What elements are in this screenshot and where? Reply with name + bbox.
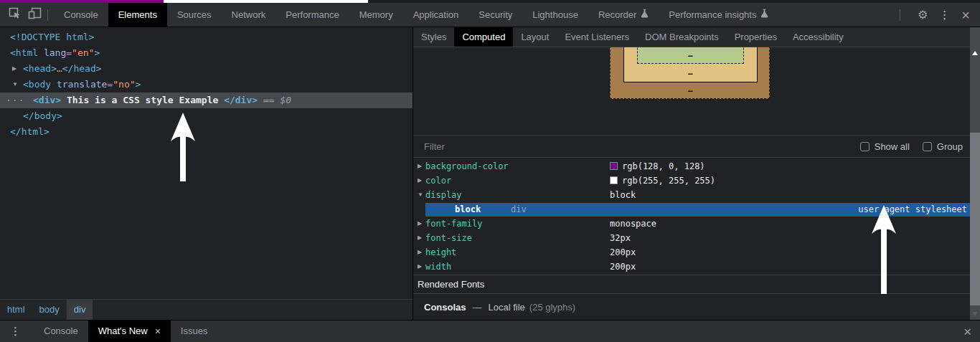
show-all-checkbox[interactable] [860, 142, 870, 151]
tab-recorder[interactable]: Recorder [588, 3, 659, 27]
disclosure-expanded-icon[interactable]: ▼ [418, 188, 423, 202]
show-all-option: Show all [860, 141, 910, 152]
breadcrumb-html[interactable]: html [0, 300, 32, 320]
inspect-element-icon[interactable] [9, 7, 21, 22]
tree-row-doctype[interactable]: <!DOCTYPE html> [0, 29, 413, 45]
tab-accessibility[interactable]: Accessibility [785, 27, 852, 47]
tab-security[interactable]: Security [468, 3, 522, 27]
tab-recorder-label: Recorder [598, 3, 636, 27]
html-tag: <html [10, 47, 38, 58]
property-row-color[interactable]: ▶ color rgb(255, 255, 255) [413, 174, 970, 188]
scrollbar-thumb[interactable] [970, 133, 980, 305]
filter-input[interactable]: Filter [424, 141, 445, 152]
collapsed-content-ellipsis: … [57, 63, 62, 74]
disclosure-collapsed-icon[interactable]: ▶ [418, 260, 422, 274]
disclosure-collapsed-icon[interactable]: ▶ [418, 217, 422, 231]
tree-row-div-selected[interactable]: ···<div> This is a CSS style Example </d… [0, 92, 413, 108]
device-toolbar-icon[interactable] [28, 7, 42, 22]
property-name: background-color [425, 159, 509, 174]
disclosure-collapsed-icon[interactable]: ▶ [418, 245, 422, 260]
computed-filter-row: Filter Show all Group [413, 136, 970, 158]
drawer-more-icon[interactable]: ⋮ [10, 320, 21, 342]
doctype-node: <!DOCTYPE html> [10, 32, 94, 42]
font-source: Local file [489, 302, 525, 313]
border-value[interactable]: − [683, 69, 697, 79]
tab-memory-label: Memory [359, 3, 393, 27]
tab-network[interactable]: Network [222, 3, 276, 27]
dom-tree: <!DOCTYPE html> <html lang="en"> ▶<head>… [0, 27, 413, 299]
padding-value[interactable]: − [683, 51, 697, 61]
property-row-background-color[interactable]: ▶ background-color rgb(128, 0, 128) [413, 159, 970, 174]
tab-performance-insights[interactable]: Performance insights [659, 3, 778, 27]
tab-sources[interactable]: Sources [167, 3, 222, 27]
tree-row-html-open[interactable]: <html lang="en"> [0, 45, 413, 61]
tree-row-body-open[interactable]: ▼<body translate="no"> [0, 77, 413, 92]
font-glyph-count: (25 glyphs) [529, 302, 575, 313]
rendered-font-item: Consolas — Local file (25 glyphs) [413, 295, 970, 319]
disclosure-collapsed-icon[interactable]: ▶ [418, 231, 422, 245]
property-row-display[interactable]: ▼ display block [413, 188, 970, 202]
close-drawer-icon[interactable]: × [963, 325, 980, 338]
breadcrumb-body[interactable]: body [32, 300, 67, 320]
tree-row-html-close[interactable]: </html> [0, 124, 413, 140]
sidebar-scrollbar[interactable] [970, 27, 980, 320]
property-name: height [425, 245, 456, 260]
tab-application-label: Application [413, 3, 459, 27]
equals-marker: == [258, 95, 280, 105]
margin-value[interactable]: − [683, 86, 697, 96]
disclosure-collapsed-icon[interactable]: ▶ [418, 159, 422, 174]
disclosure-collapsed-icon[interactable]: ▶ [12, 61, 17, 77]
annotation-arrow-right [869, 204, 899, 297]
tab-elements[interactable]: Elements [108, 3, 167, 27]
color-swatch-white[interactable] [610, 176, 618, 184]
tab-console[interactable]: Console [54, 3, 108, 27]
head-close-tag: </head> [62, 63, 102, 74]
scrollbar-up-arrow-icon[interactable] [972, 51, 978, 55]
tree-row-body-close[interactable]: </body> [0, 108, 413, 124]
close-devtools-icon[interactable]: × [961, 8, 970, 22]
tab-network-label: Network [232, 3, 266, 27]
tab-styles[interactable]: Styles [413, 27, 454, 47]
property-value: 200px [610, 260, 636, 274]
group-label: Group [937, 141, 963, 152]
trace-selector: div [511, 203, 527, 217]
elements-panel: <!DOCTYPE html> <html lang="en"> ▶<head>… [0, 27, 413, 320]
disclosure-collapsed-icon[interactable]: ▶ [418, 174, 422, 188]
tab-dom-breakpoints[interactable]: DOM Breakpoints [637, 27, 727, 47]
breadcrumb-div[interactable]: div [67, 300, 93, 320]
property-name: display [425, 188, 462, 202]
experiment-flask-icon [760, 3, 768, 27]
tab-properties[interactable]: Properties [727, 27, 785, 47]
drawer-tab-console[interactable]: Console [34, 320, 88, 342]
div-close-tag: </div> [224, 95, 258, 105]
font-separator: — [473, 302, 482, 313]
drawer-tab-whats-new[interactable]: What's New × [88, 320, 171, 342]
group-checkbox[interactable] [923, 142, 932, 151]
more-options-icon[interactable]: ⋮ [939, 9, 950, 22]
property-value: 200px [610, 245, 636, 260]
annotation-arrow-left [168, 111, 198, 184]
dollar-zero-marker: $0 [280, 95, 291, 105]
html-attr-value: "en" [72, 47, 94, 58]
drawer-tab-issues[interactable]: Issues [171, 320, 218, 342]
tab-layout[interactable]: Layout [513, 27, 557, 47]
scrollbar-down-arrow-icon[interactable] [972, 312, 978, 316]
color-swatch-purple[interactable] [610, 162, 618, 170]
tab-lighthouse[interactable]: Lighthouse [522, 3, 588, 27]
overflow-dots-icon[interactable]: ··· [6, 92, 24, 108]
box-model-diagram: − − − [413, 47, 970, 136]
tree-row-head[interactable]: ▶<head>…</head> [0, 61, 413, 77]
tab-memory[interactable]: Memory [349, 3, 403, 27]
tab-computed[interactable]: Computed [454, 27, 513, 47]
close-tab-icon[interactable]: × [155, 326, 161, 336]
tab-event-listeners[interactable]: Event Listeners [557, 27, 637, 47]
body-attr-value: "no" [113, 79, 135, 90]
settings-gear-icon[interactable]: ⚙ [918, 8, 928, 22]
experiment-flask-icon [641, 3, 649, 27]
breadcrumb: html body div [0, 299, 413, 320]
property-value: monospace [610, 217, 656, 231]
tab-performance-label: Performance [286, 3, 339, 27]
tab-application[interactable]: Application [403, 3, 469, 27]
disclosure-expanded-icon[interactable]: ▼ [12, 77, 18, 92]
tab-performance[interactable]: Performance [275, 3, 349, 27]
